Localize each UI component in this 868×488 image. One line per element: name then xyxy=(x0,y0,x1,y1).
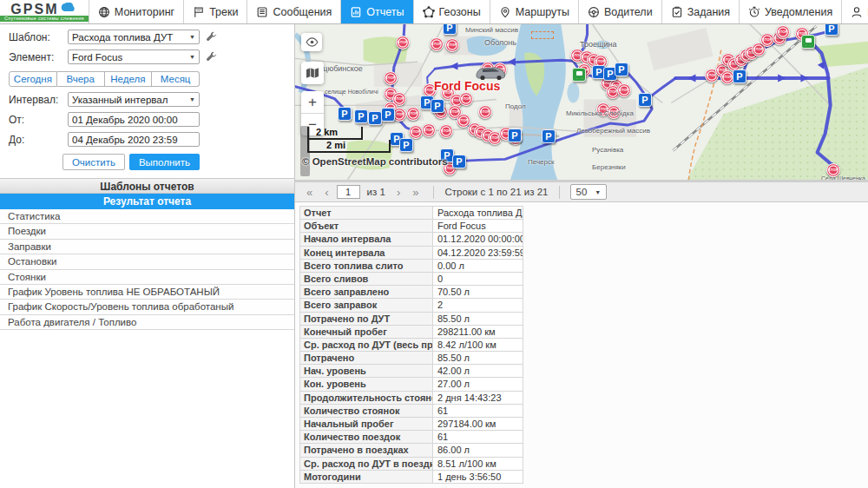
parking-marker[interactable]: P xyxy=(452,155,466,168)
quick-range-button[interactable]: Месяц xyxy=(152,71,200,87)
report-section-item[interactable]: Стоянки xyxy=(0,270,294,285)
stop-glyph: STOP xyxy=(608,110,619,115)
stop-marker[interactable]: STOP xyxy=(826,163,840,177)
quick-range-button[interactable]: Сегодня xyxy=(9,71,57,87)
report-section-item[interactable]: Поездки xyxy=(0,224,294,239)
templates-header[interactable]: Шаблоны отчетов xyxy=(0,178,294,194)
stop-marker[interactable]: STOP xyxy=(409,125,423,139)
stop-marker[interactable]: STOP xyxy=(396,36,410,49)
stop-marker[interactable]: STOP xyxy=(617,83,631,97)
report-panel: Шаблон: Расхода топлива ДУТ ▼ Элемент: F… xyxy=(0,24,295,488)
parking-marker[interactable]: P xyxy=(368,111,382,125)
stop-marker[interactable]: STOP xyxy=(384,71,398,85)
tab-label: Уведомления xyxy=(765,6,832,18)
tab-alarm[interactable]: Уведомления xyxy=(739,0,841,23)
stop-glyph: STOP xyxy=(490,136,500,141)
last-page-button[interactable]: » xyxy=(408,186,423,199)
parking-marker[interactable]: P xyxy=(338,107,352,121)
tab-user[interactable]: Пользователи xyxy=(841,0,868,23)
page-size-select[interactable]: 50 ▼ xyxy=(570,184,608,200)
wrench-icon[interactable] xyxy=(206,31,217,43)
map-slider[interactable] xyxy=(300,126,310,176)
parking-marker[interactable]: P xyxy=(825,24,838,36)
interval-select[interactable]: Указанный интервал ▼ xyxy=(68,92,200,107)
stop-marker[interactable]: STOP xyxy=(445,38,459,52)
fuel-station-marker[interactable] xyxy=(572,68,586,82)
stop-marker[interactable]: STOP xyxy=(430,37,444,51)
to-date-input[interactable]: 04 Декабрь 2020 23:59 xyxy=(68,132,200,147)
row-value: 86.00 л xyxy=(433,444,523,456)
first-page-button[interactable]: « xyxy=(302,186,317,199)
result-header[interactable]: Результат отчета xyxy=(0,194,294,209)
row-value: 297184.00 км xyxy=(433,418,523,430)
stop-marker[interactable]: STOP xyxy=(439,124,453,138)
parking-marker[interactable]: P xyxy=(399,138,413,152)
wrench-icon[interactable] xyxy=(206,51,217,63)
parking-marker[interactable]: P xyxy=(431,99,444,113)
template-select[interactable]: Расхода топлива ДУТ ▼ xyxy=(68,30,200,44)
tab-task[interactable]: Задания xyxy=(661,0,739,23)
element-select[interactable]: Ford Focus ▼ xyxy=(68,49,200,64)
report-section-item[interactable]: График Скорость/Уровень топлива обработа… xyxy=(0,300,294,314)
stop-marker[interactable]: STOP xyxy=(478,105,492,119)
stop-glyph: STOP xyxy=(394,113,404,117)
parking-marker[interactable]: P xyxy=(615,63,628,76)
parking-marker[interactable]: P xyxy=(381,108,395,122)
cloud-icon xyxy=(60,3,77,12)
zoom-in-button[interactable]: + xyxy=(301,91,324,114)
table-row: Всего топлива слито0.00 л xyxy=(300,260,523,273)
report-section-item[interactable]: Остановки xyxy=(0,254,294,269)
table-row: Конец интервала04.12.2020 23:59:59 xyxy=(300,247,523,260)
row-value: 61 xyxy=(433,405,523,417)
flag-icon xyxy=(193,6,205,18)
tab-message[interactable]: Сообщения xyxy=(247,0,340,23)
parking-marker[interactable]: P xyxy=(443,24,457,35)
report-section-item[interactable]: Работа двигателя / Топливо xyxy=(0,315,294,330)
stop-marker[interactable]: STOP xyxy=(459,92,473,106)
tab-route[interactable]: Маршруты xyxy=(490,0,578,23)
parking-marker[interactable]: P xyxy=(508,129,522,142)
tab-geofence[interactable]: Геозоны xyxy=(413,0,490,23)
parking-marker[interactable]: P xyxy=(354,109,368,123)
tab-globe[interactable]: Мониторинг xyxy=(89,0,183,23)
tab-report[interactable]: Отчеты xyxy=(340,0,412,23)
from-date-input[interactable]: 01 Декабрь 2020 00:00 xyxy=(68,112,200,127)
quick-range-button[interactable]: Вчера xyxy=(57,71,105,87)
table-row: Потрачено по ДУТ85.50 л xyxy=(300,313,523,326)
stop-marker[interactable]: STOP xyxy=(776,25,790,39)
parking-marker[interactable]: P xyxy=(733,69,746,83)
parking-marker[interactable]: P xyxy=(638,93,652,107)
run-button[interactable]: Выполнить xyxy=(129,154,200,170)
row-label: Объект xyxy=(300,220,433,232)
report-section-item[interactable]: Заправки xyxy=(0,240,294,254)
stop-glyph: STOP xyxy=(480,110,490,115)
vehicle-icon[interactable] xyxy=(474,66,507,81)
page-input[interactable]: 1 xyxy=(337,185,360,199)
row-label: Отчет xyxy=(300,207,433,219)
prev-page-button[interactable]: ‹ xyxy=(320,186,332,199)
stop-marker[interactable]: STOP xyxy=(406,107,420,121)
tab-flag[interactable]: Треки xyxy=(183,0,247,23)
row-label: Продолжительность стоянок xyxy=(300,392,433,404)
parking-marker[interactable]: P xyxy=(542,129,556,143)
table-row: Продолжительность стоянок2 дня 14:43:23 xyxy=(300,392,523,405)
layers-button[interactable] xyxy=(301,62,324,84)
map[interactable]: STOPSTOPSTOPSTOPSTOPSTOPSTOPSTOPSTOPSTOP… xyxy=(295,24,868,182)
stop-glyph: STOP xyxy=(707,74,717,78)
visibility-toggle-button[interactable] xyxy=(301,33,322,51)
stop-marker[interactable]: STOP xyxy=(607,105,621,119)
to-label: До: xyxy=(9,134,68,146)
next-page-button[interactable]: › xyxy=(392,186,404,199)
stop-glyph: STOP xyxy=(461,97,471,102)
row-label: Конечный пробег xyxy=(300,326,433,338)
tab-driver[interactable]: Водители xyxy=(578,0,661,23)
report-section-item[interactable]: Статистика xyxy=(0,209,294,224)
tab-label: Задания xyxy=(687,6,730,18)
row-value: 1 день 3:56:50 xyxy=(433,471,523,483)
nav-tabs: МониторингТрекиСообщенияОтчетыГеозоныМар… xyxy=(89,0,868,23)
quick-range-button[interactable]: Неделя xyxy=(105,71,153,87)
fuel-station-marker[interactable] xyxy=(801,35,815,49)
clear-button[interactable]: Очистить xyxy=(62,154,125,170)
stop-marker[interactable]: STOP xyxy=(422,123,436,137)
report-section-item[interactable]: График Уровень топлива НЕ ОБРАБОТАНЫЙ xyxy=(0,285,294,300)
